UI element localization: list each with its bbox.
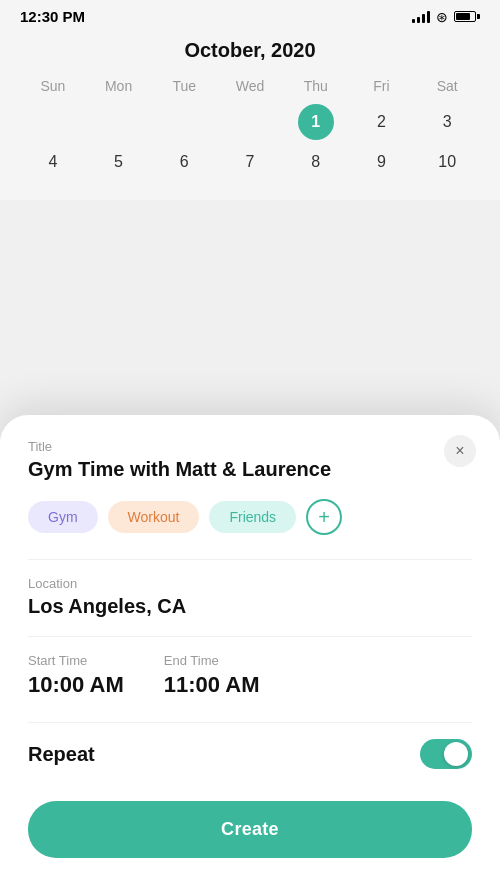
- calendar-title: October, 2020: [20, 39, 480, 62]
- cal-day-1[interactable]: 1: [298, 104, 334, 140]
- location-value: Los Angeles, CA: [28, 595, 472, 618]
- cal-day-2[interactable]: 2: [363, 104, 399, 140]
- create-button[interactable]: Create: [28, 801, 472, 858]
- title-label: Title: [28, 439, 472, 454]
- weekday-fri: Fri: [349, 78, 415, 94]
- cal-day-4[interactable]: 4: [35, 144, 71, 180]
- cal-day-3[interactable]: 3: [429, 104, 465, 140]
- divider-3: [28, 722, 472, 723]
- weekday-thu: Thu: [283, 78, 349, 94]
- status-bar: 12:30 PM ⊛: [0, 0, 500, 29]
- calendar-weekdays: Sun Mon Tue Wed Thu Fri Sat: [20, 78, 480, 94]
- time-row: Start Time 10:00 AM End Time 11:00 AM: [28, 653, 472, 698]
- signal-icon: [412, 11, 430, 23]
- tags-row: Gym Workout Friends +: [28, 499, 472, 535]
- cal-day-6[interactable]: 6: [166, 144, 202, 180]
- battery-icon: [454, 11, 480, 22]
- calendar-days: 1 2 3 4 5 6 7 8 9 10: [20, 104, 480, 200]
- cal-day-10[interactable]: 10: [429, 144, 465, 180]
- repeat-toggle[interactable]: [420, 739, 472, 769]
- divider-2: [28, 636, 472, 637]
- cal-day-empty: [166, 104, 202, 140]
- cal-day-empty: [232, 104, 268, 140]
- end-time-field: End Time 11:00 AM: [164, 653, 260, 698]
- weekday-wed: Wed: [217, 78, 283, 94]
- weekday-sun: Sun: [20, 78, 86, 94]
- tag-gym[interactable]: Gym: [28, 501, 98, 533]
- repeat-row: Repeat: [28, 739, 472, 769]
- status-time: 12:30 PM: [20, 8, 85, 25]
- divider-1: [28, 559, 472, 560]
- start-time-field: Start Time 10:00 AM: [28, 653, 124, 698]
- modal-sheet: × Title Gym Time with Matt & Laurence Gy…: [0, 415, 500, 890]
- cal-day-empty: [101, 104, 137, 140]
- weekday-tue: Tue: [151, 78, 217, 94]
- start-time-label: Start Time: [28, 653, 124, 668]
- weekday-sat: Sat: [414, 78, 480, 94]
- toggle-knob: [444, 742, 468, 766]
- status-icons: ⊛: [412, 9, 480, 25]
- close-button[interactable]: ×: [444, 435, 476, 467]
- location-label: Location: [28, 576, 472, 591]
- cal-day-5[interactable]: 5: [101, 144, 137, 180]
- repeat-label: Repeat: [28, 743, 95, 766]
- end-time-label: End Time: [164, 653, 260, 668]
- cal-day-9[interactable]: 9: [363, 144, 399, 180]
- weekday-mon: Mon: [86, 78, 152, 94]
- cal-day-8[interactable]: 8: [298, 144, 334, 180]
- cal-day-7[interactable]: 7: [232, 144, 268, 180]
- cal-day-empty: [35, 104, 71, 140]
- tag-workout[interactable]: Workout: [108, 501, 200, 533]
- end-time-value[interactable]: 11:00 AM: [164, 672, 260, 698]
- add-tag-button[interactable]: +: [306, 499, 342, 535]
- title-value: Gym Time with Matt & Laurence: [28, 458, 472, 481]
- calendar-section: October, 2020 Sun Mon Tue Wed Thu Fri Sa…: [0, 29, 500, 200]
- wifi-icon: ⊛: [436, 9, 448, 25]
- tag-friends[interactable]: Friends: [209, 501, 296, 533]
- start-time-value[interactable]: 10:00 AM: [28, 672, 124, 698]
